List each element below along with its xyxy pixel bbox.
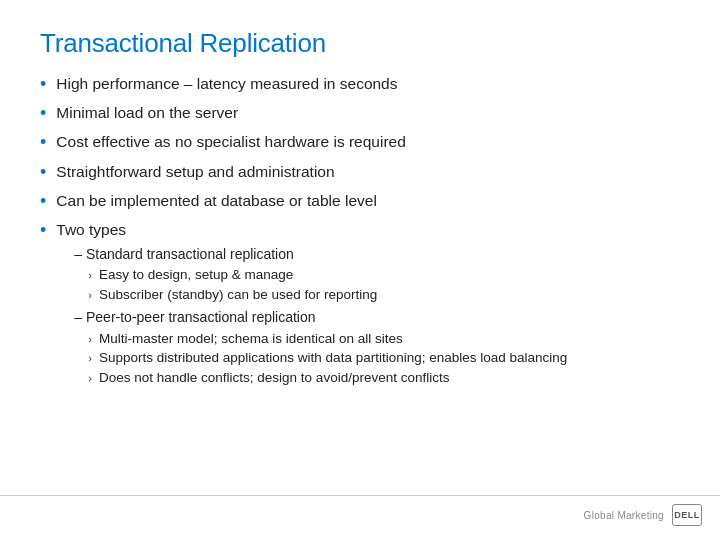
main-bullet-list: • High performance – latency measured in…	[40, 73, 680, 391]
chevron-icon-2-2: ›	[88, 351, 92, 366]
sub-section-2-items: › Multi-master model; schema is identica…	[88, 330, 680, 389]
slide: Transactional Replication • High perform…	[0, 0, 720, 540]
bullet-dot-2: •	[40, 101, 46, 126]
sub-section-1-items: › Easy to design, setup & manage › Subsc…	[88, 266, 680, 305]
chevron-icon-1-2: ›	[88, 288, 92, 303]
sub-item-1-2: › Subscriber (standby) can be used for r…	[88, 286, 680, 305]
bullet-item-1: • High performance – latency measured in…	[40, 73, 680, 97]
footer-text: Global Marketing	[584, 510, 664, 521]
dell-logo: DELL	[672, 504, 702, 526]
bullet-item-3: • Cost effective as no specialist hardwa…	[40, 131, 680, 155]
bullet-dot-4: •	[40, 160, 46, 185]
bullet-dot-5: •	[40, 189, 46, 214]
bullet-item-5: • Can be implemented at database or tabl…	[40, 190, 680, 214]
sub-section-1-label: – Standard transactional replication	[74, 245, 680, 265]
bottom-divider	[0, 495, 720, 496]
bullet-dot-3: •	[40, 130, 46, 155]
sub-section-2: – Peer-to-peer transactional replication…	[56, 308, 680, 388]
chevron-icon-2-3: ›	[88, 371, 92, 386]
bullet-item-4: • Straightforward setup and administrati…	[40, 161, 680, 185]
sub-item-2-3: › Does not handle conflicts; design to a…	[88, 369, 680, 388]
sub-section-2-label: – Peer-to-peer transactional replication	[74, 308, 680, 328]
bullet-dot-1: •	[40, 72, 46, 97]
bullet-item-2: • Minimal load on the server	[40, 102, 680, 126]
bullet-dot-6: •	[40, 218, 46, 243]
sub-item-2-2: › Supports distributed applications with…	[88, 349, 680, 368]
sub-item-1-1: › Easy to design, setup & manage	[88, 266, 680, 285]
sub-item-2-1: › Multi-master model; schema is identica…	[88, 330, 680, 349]
chevron-icon-1-1: ›	[88, 268, 92, 283]
two-types-content: Two types – Standard transactional repli…	[56, 219, 680, 391]
chevron-icon-2-1: ›	[88, 332, 92, 347]
slide-title: Transactional Replication	[40, 28, 680, 59]
bullet-item-6: • Two types – Standard transactional rep…	[40, 219, 680, 391]
footer: Global Marketing DELL	[584, 504, 702, 526]
sub-section-1: – Standard transactional replication › E…	[56, 245, 680, 305]
sub-sections-list: – Standard transactional replication › E…	[56, 245, 680, 389]
